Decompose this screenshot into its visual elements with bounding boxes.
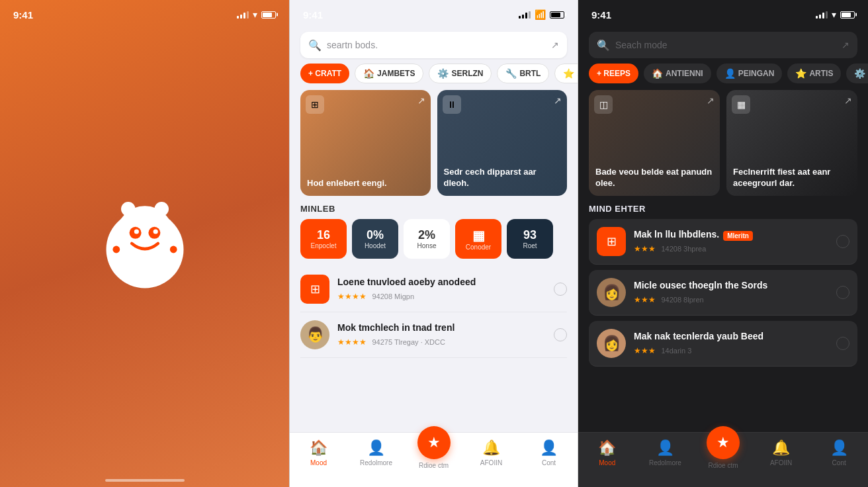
list-avatar-1: 👨 <box>300 320 329 349</box>
filter-tab-dark-4[interactable]: ⚙️ SKAT <box>846 64 868 83</box>
time-3: 9:41 <box>591 9 611 21</box>
filter-tab-4[interactable]: ⭐ ALLS <box>554 64 578 83</box>
list-info-dark-1: Micle ousec thoegln the Sords ★★★ 94208 … <box>634 280 828 305</box>
list-info-dark-0: Mak ln llu lhbdlens. Mleritn ★★★ 14208 3… <box>634 229 828 254</box>
nav-cont-dark[interactable]: 👤 Cont <box>819 439 859 466</box>
card-1-expand[interactable]: ↗ <box>417 95 425 106</box>
bottom-nav-dark: 🏠 Mood 👤 Redolmore ★ Rdioe ctm 🔔 AFOIIN … <box>578 432 868 487</box>
filter-tab-0[interactable]: + CRATT <box>300 64 349 83</box>
search-bar-light[interactable]: 🔍 seartn bods. ↗ <box>300 32 567 58</box>
stat-pill-2[interactable]: 2% Honse <box>404 219 450 259</box>
reddit-logo <box>85 184 204 303</box>
panel-dark: 9:41 ▾ 🔍 Seach mode ↗ + REEPS 🏠 ANTIENNI <box>578 0 868 487</box>
status-icons-3: ▾ <box>816 9 855 20</box>
list-info-dark-2: Mak nak tecnlerda yaub Beed ★★★ 14darin … <box>634 331 828 356</box>
list-radio-0[interactable] <box>554 283 567 296</box>
list-items-dark: ⊞ Mak ln llu lhbdlens. Mleritn ★★★ 14208… <box>578 219 868 432</box>
add-button-dark[interactable]: ★ <box>707 426 740 459</box>
search-icon-dark: 🔍 <box>597 39 610 52</box>
card-1-dark-icon: ◫ <box>594 95 613 114</box>
stat-pill-4[interactable]: 93 Roet <box>507 219 553 259</box>
list-radio-dark-1[interactable] <box>836 286 849 299</box>
list-avatar-0: ⊞ <box>300 275 329 304</box>
filter-tab-3[interactable]: 🔧 BRTL <box>497 64 549 83</box>
card-2-icon: ⏸ <box>443 95 461 114</box>
nav-cont-light[interactable]: 👤 Cont <box>529 439 569 466</box>
nav-afoiin-dark[interactable]: 🔔 AFOIIN <box>761 439 801 466</box>
nav-redolmore-dark[interactable]: 👤 Redolmore <box>645 439 685 466</box>
search-bar-dark[interactable]: 🔍 Seach mode ↗ <box>589 32 857 58</box>
list-item-1[interactable]: 👨 Mok tmchlech in tnad trenl ★★★★ 94275 … <box>300 312 567 358</box>
filter-tab-1[interactable]: 🏠 JAMBETS <box>355 64 423 83</box>
status-icons-1: ▾ <box>237 9 276 20</box>
cont-nav-icon-light: 👤 <box>540 439 558 457</box>
nav-afoiin-light[interactable]: 🔔 AFOIIN <box>472 439 511 466</box>
card-1-light[interactable]: Hod enlebert eengi. ⊞ ↗ <box>300 90 431 196</box>
stat-pill-1[interactable]: 0% Hoodet <box>352 219 398 259</box>
status-bar-1: 9:41 ▾ <box>0 0 289 29</box>
home-indicator-1 <box>105 479 185 482</box>
bottom-nav-light: 🏠 Mood 👤 Redolmore ★ Rdioe ctm 🔔 AFOIIN … <box>290 432 578 487</box>
cont-nav-icon-dark: 👤 <box>830 439 848 457</box>
status-icons-2: 📶 <box>519 9 564 20</box>
list-item-dark-0[interactable]: ⊞ Mak ln llu lhbdlens. Mleritn ★★★ 14208… <box>589 219 857 265</box>
filter-tab-dark-1[interactable]: 🏠 ANTIENNI <box>644 64 711 83</box>
section-label-light: MINLEB <box>290 204 578 219</box>
filter-tabs-dark: + REEPS 🏠 ANTIENNI 👤 PEINGAN ⭐ ARTIS ⚙️ … <box>578 64 868 90</box>
stat-pills-light: 16 Enpoclet 0% Hoodet 2% Honse ▦ Conoder… <box>290 219 578 267</box>
list-item-dark-2[interactable]: 👩 Mak nak tecnlerda yaub Beed ★★★ 14dari… <box>589 321 857 367</box>
list-avatar-dark-0: ⊞ <box>597 227 626 256</box>
stat-pill-0[interactable]: 16 Enpoclet <box>300 219 347 259</box>
status-bar-3: 9:41 ▾ <box>578 0 868 29</box>
nav-center-dark[interactable]: ★ Rdioe ctm <box>703 439 743 469</box>
card-2-dark-expand[interactable]: ↗ <box>844 95 852 106</box>
nav-center-light[interactable]: ★ Rdioe ctm <box>414 439 454 469</box>
card-2-dark-icon: ▦ <box>732 95 750 114</box>
time-1: 9:41 <box>13 9 33 21</box>
list-avatar-dark-2: 👩 <box>597 329 626 358</box>
list-radio-1[interactable] <box>554 328 567 341</box>
snoo-svg <box>85 184 204 303</box>
list-item-0[interactable]: ⊞ Loene tnuvloed aoeby anodeed ★★★★ 9420… <box>300 267 567 312</box>
signal-icon-3 <box>816 11 828 19</box>
svg-point-3 <box>154 202 169 216</box>
card-1-dark-expand[interactable]: ↗ <box>707 95 715 106</box>
filter-tab-2[interactable]: ⚙️ SERLZN <box>429 64 492 83</box>
filter-tab-dark-3[interactable]: ⭐ ARTIS <box>787 64 841 83</box>
person-nav-icon-light: 👤 <box>367 439 385 457</box>
battery-icon-3 <box>840 11 855 19</box>
bell-nav-icon-light: 🔔 <box>482 439 500 457</box>
nav-mood-dark[interactable]: 🏠 Mood <box>587 439 627 466</box>
svg-point-2 <box>121 202 136 216</box>
home-nav-icon-light: 🏠 <box>310 439 327 457</box>
card-2-light[interactable]: Sedr cech dipparst aar dleoh. ⏸ ↗ <box>437 90 568 196</box>
svg-point-10 <box>112 246 120 253</box>
svg-point-6 <box>134 229 138 234</box>
card-1-dark[interactable]: Bade veou belde eat panudn olee. ◫ ↗ <box>589 90 720 196</box>
add-button-light[interactable]: ★ <box>417 426 451 459</box>
svg-point-11 <box>169 246 177 253</box>
battery-icon-1 <box>261 11 276 19</box>
list-avatar-dark-1: 👩 <box>597 278 626 307</box>
person-nav-icon-dark: 👤 <box>656 439 674 457</box>
search-send-light[interactable]: ↗ <box>551 40 559 50</box>
card-2-dark[interactable]: Feclnerrift fiest aat eanr aceegrourl da… <box>726 90 857 196</box>
filter-tab-dark-2[interactable]: 👤 PEINGAN <box>716 64 783 83</box>
status-bar-2: 9:41 📶 <box>290 0 578 29</box>
card-2-expand[interactable]: ↗ <box>554 95 562 106</box>
list-info-0: Loene tnuvloed aoeby anodeed ★★★★ 94208 … <box>337 277 546 302</box>
bell-nav-icon-dark: 🔔 <box>772 439 790 457</box>
list-radio-dark-2[interactable] <box>836 337 849 350</box>
stat-pill-3[interactable]: ▦ Conoder <box>455 219 501 259</box>
panel-splash: 9:41 ▾ <box>0 0 289 487</box>
list-radio-dark-0[interactable] <box>836 235 849 248</box>
wifi-icon-3: ▾ <box>832 9 836 20</box>
wifi-icon-2: 📶 <box>535 9 546 20</box>
search-send-dark[interactable]: ↗ <box>842 40 849 50</box>
list-item-dark-1[interactable]: 👩 Micle ousec thoegln the Sords ★★★ 9420… <box>589 270 857 316</box>
nav-mood-light[interactable]: 🏠 Mood <box>299 439 339 466</box>
signal-icon-1 <box>237 11 249 19</box>
nav-redolmore-light[interactable]: 👤 Redolmore <box>357 439 396 466</box>
list-items-light: ⊞ Loene tnuvloed aoeby anodeed ★★★★ 9420… <box>290 267 578 432</box>
filter-tab-dark-0[interactable]: + REEPS <box>589 64 638 83</box>
